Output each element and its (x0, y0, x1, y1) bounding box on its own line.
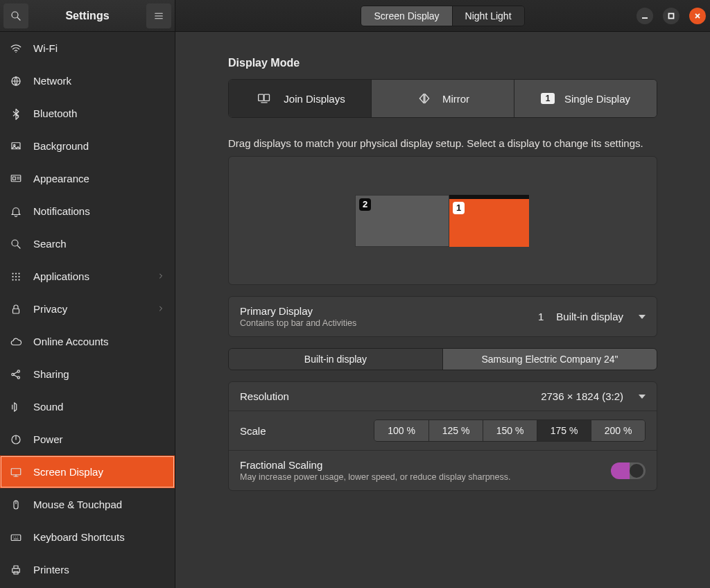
sidebar-item-sound[interactable]: Sound (0, 390, 175, 423)
minimize-button[interactable] (637, 8, 653, 24)
window-controls (637, 8, 706, 24)
display-mode-selector: Join Displays Mirror 1 Single Display (228, 79, 657, 118)
tabs-screen-night: Screen Display Night Light (361, 6, 524, 26)
apps-icon (10, 270, 22, 283)
svg-rect-47 (14, 566, 18, 569)
sidebar-item-applications[interactable]: Applications (0, 260, 175, 293)
mode-single-label: Single Display (564, 93, 630, 105)
mode-mirror[interactable]: Mirror (371, 80, 514, 117)
sidebar-item-label: Wi-Fi (33, 42, 58, 54)
primary-display-value[interactable]: 1 Built-in display (538, 311, 646, 322)
sidebar-item-label: Keyboard Shortcuts (33, 531, 125, 543)
titlebar-right: Screen Display Night Light (175, 0, 710, 31)
mirror-icon (416, 92, 433, 105)
resolution-label: Resolution (240, 390, 289, 402)
lock-icon (10, 303, 22, 315)
sidebar-item-privacy[interactable]: Privacy (0, 293, 175, 325)
svg-point-25 (12, 279, 13, 280)
sidebar-item-search[interactable]: Search (0, 227, 175, 260)
svg-rect-50 (264, 94, 270, 101)
fractional-scaling-row: Fractional Scaling May increase power us… (229, 450, 657, 490)
globe-icon (10, 75, 22, 87)
sidebar-item-background[interactable]: Background (0, 130, 175, 162)
svg-rect-49 (259, 94, 264, 101)
svg-rect-14 (13, 177, 16, 180)
scale-125[interactable]: 125 % (428, 420, 483, 441)
tab-screen-display[interactable]: Screen Display (361, 6, 451, 26)
single-display-icon: 1 (541, 93, 555, 104)
sidebar-item-printers[interactable]: Printers (0, 553, 175, 586)
hamburger-button[interactable] (146, 3, 171, 28)
tab-samsung-display[interactable]: Samsung Electric Company 24" (442, 349, 657, 370)
search-button[interactable] (3, 3, 28, 28)
sound-icon (10, 401, 22, 413)
sidebar-item-power[interactable]: Power (0, 423, 175, 456)
svg-point-0 (12, 12, 18, 18)
primary-display-title: Primary Display (240, 305, 313, 317)
scale-150[interactable]: 150 % (483, 420, 537, 441)
maximize-icon (667, 12, 675, 20)
sidebar-item-screen-display[interactable]: Screen Display (0, 456, 175, 488)
display-1[interactable]: 1 (449, 195, 529, 247)
tab-night-light[interactable]: Night Light (452, 6, 524, 26)
mouse-icon (10, 499, 22, 511)
display-1-badge: 1 (453, 202, 465, 214)
fractional-scaling-toggle[interactable] (611, 462, 646, 479)
sidebar-item-mouse-touchpad[interactable]: Mouse & Touchpad (0, 488, 175, 521)
scale-label: Scale (240, 425, 266, 437)
sidebar-item-wi-fi[interactable]: Wi-Fi (0, 32, 175, 64)
scale-200[interactable]: 200 % (591, 420, 645, 441)
maximize-button[interactable] (663, 8, 679, 24)
power-icon (10, 433, 22, 446)
svg-point-19 (12, 273, 13, 274)
display-2[interactable]: 2 (355, 195, 449, 247)
sidebar-item-sharing[interactable]: Sharing (0, 358, 175, 390)
cloud-icon (10, 336, 22, 348)
sidebar-item-notifications[interactable]: Notifications (0, 195, 175, 227)
sidebar-item-online-accounts[interactable]: Online Accounts (0, 325, 175, 358)
sidebar-item-label: Background (33, 140, 89, 152)
sidebar-item-network[interactable]: Network (0, 64, 175, 97)
resolution-value: 2736 × 1824 (3:2) (541, 390, 623, 402)
resolution-value-group[interactable]: 2736 × 1824 (3:2) (541, 390, 646, 402)
display-icon (10, 466, 22, 478)
appearance-icon (10, 173, 22, 185)
svg-rect-28 (13, 309, 19, 313)
scale-100[interactable]: 100 % (374, 420, 428, 441)
titlebar-left: Settings (0, 0, 175, 31)
sidebar-item-appearance[interactable]: Appearance (0, 162, 175, 195)
chevron-down-icon (639, 395, 646, 399)
primary-display-name: Built-in display (556, 311, 623, 322)
svg-point-23 (15, 275, 17, 277)
arrangement-hint: Drag displays to match your physical dis… (228, 137, 657, 149)
primary-display-row[interactable]: Primary Display Contains top bar and Act… (229, 297, 657, 336)
resolution-row[interactable]: Resolution 2736 × 1824 (3:2) (229, 382, 657, 410)
app-title: Settings (32, 10, 143, 22)
svg-rect-36 (11, 468, 21, 474)
scale-175[interactable]: 175 % (537, 420, 591, 441)
sidebar-item-label: Sound (33, 401, 63, 413)
sidebar-item-label: Search (33, 238, 67, 250)
titlebar: Settings Screen Display Night Light (0, 0, 710, 32)
sidebar-item-label: Bluetooth (33, 107, 77, 119)
sidebar-item-bluetooth[interactable]: Bluetooth (0, 97, 175, 130)
mode-single-display[interactable]: 1 Single Display (514, 80, 657, 117)
svg-point-9 (15, 51, 17, 53)
close-button[interactable] (689, 8, 706, 24)
tab-built-in-display[interactable]: Built-in display (229, 349, 442, 370)
sidebar-item-label: Applications (33, 270, 89, 282)
search-icon (10, 238, 22, 250)
sidebar-item-label: Screen Display (33, 466, 103, 478)
svg-line-1 (17, 17, 20, 20)
sidebar-item-keyboard-shortcuts[interactable]: Keyboard Shortcuts (0, 521, 175, 553)
svg-line-18 (17, 245, 20, 248)
display-settings-panel: Resolution 2736 × 1824 (3:2) Scale 100 %… (228, 381, 657, 491)
bell-icon (10, 205, 22, 218)
svg-point-21 (18, 273, 19, 274)
chevron-right-icon (157, 270, 165, 282)
mode-join-displays[interactable]: Join Displays (229, 80, 371, 117)
wifi-icon (10, 42, 22, 55)
svg-point-27 (18, 279, 19, 280)
display-arrangement[interactable]: 2 1 (228, 156, 657, 285)
fractional-scaling-label: Fractional Scaling (240, 459, 322, 471)
